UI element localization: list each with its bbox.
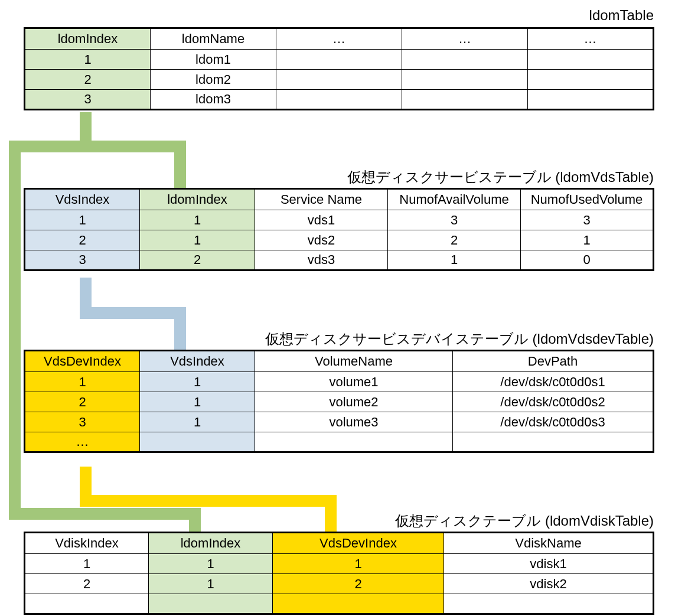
cell-vdsdevindex: … — [25, 432, 140, 452]
cell — [528, 50, 654, 70]
cell: 2 — [388, 230, 521, 250]
col-ellipsis: … — [276, 28, 402, 50]
cell-ldomindex — [149, 594, 273, 614]
table-row: 2 1 volume2 /dev/dsk/c0t0d0s2 — [25, 392, 654, 412]
col-servicename: Service Name — [255, 189, 388, 210]
cell-ldomindex: 2 — [25, 70, 151, 90]
cell-vdsdevindex: 2 — [25, 392, 140, 412]
col-numavailvolume: NumofAvailVolume — [388, 189, 521, 210]
cell-vdsdevindex: 2 — [273, 574, 444, 594]
vdisk-table: VdiskIndex ldomIndex VdsDevIndex VdiskNa… — [24, 532, 654, 615]
cell-ldomname: ldom1 — [151, 50, 276, 70]
cell-vdsindex: 1 — [140, 392, 255, 412]
cell — [402, 50, 528, 70]
col-ellipsis: … — [528, 28, 654, 50]
col-vdiskindex: VdiskIndex — [25, 533, 149, 554]
cell-vdiskindex — [25, 594, 149, 614]
cell: 1 — [521, 230, 654, 250]
cell-vdiskname — [444, 594, 654, 614]
cell-ldomindex: 3 — [25, 90, 151, 110]
cell-vdsdevindex: 1 — [25, 372, 140, 392]
cell: 3 — [388, 210, 521, 230]
table-header-row: VdsIndex ldomIndex Service Name NumofAva… — [25, 189, 654, 210]
cell-servicename: vds2 — [255, 230, 388, 250]
table-header-row: VdsDevIndex VdsIndex VolumeName DevPath — [25, 351, 654, 372]
col-ldomindex: ldomIndex — [149, 533, 273, 554]
col-numusedvolume: NumofUsedVolume — [521, 189, 654, 210]
title-vdisktable: 仮想ディスクテーブル (ldomVdiskTable) — [395, 511, 654, 530]
cell-volumename: volume2 — [255, 392, 453, 412]
col-ldomindex: ldomIndex — [25, 28, 151, 50]
cell-vdsindex: 3 — [25, 250, 140, 270]
cell-devpath: /dev/dsk/c0t0d0s3 — [453, 412, 654, 432]
cell-vdsindex — [140, 432, 255, 452]
cell — [276, 90, 402, 110]
cell-devpath — [453, 432, 654, 452]
cell — [402, 90, 528, 110]
table-header-row: ldomIndex ldomName … … … — [25, 28, 654, 50]
cell-devpath: /dev/dsk/c0t0d0s1 — [453, 372, 654, 392]
cell — [402, 70, 528, 90]
table-row: 1 1 vds1 3 3 — [25, 210, 654, 230]
connector-green — [15, 112, 195, 532]
cell-volumename — [255, 432, 453, 452]
table-row: 1 1 1 vdisk1 — [25, 554, 654, 574]
cell: 3 — [521, 210, 654, 230]
table-row — [25, 594, 654, 614]
vdsdev-table: VdsDevIndex VdsIndex VolumeName DevPath … — [24, 350, 654, 453]
cell-vdiskname: vdisk2 — [444, 574, 654, 594]
col-vdiskname: VdiskName — [444, 533, 654, 554]
cell-vdsindex: 2 — [25, 230, 140, 250]
col-ellipsis: … — [402, 28, 528, 50]
cell-vdiskindex: 2 — [25, 574, 149, 594]
cell-vdsdevindex: 3 — [25, 412, 140, 432]
cell-servicename: vds1 — [255, 210, 388, 230]
title-vdstable: 仮想ディスクサービステーブル (ldomVdsTable) — [347, 168, 654, 187]
table-row: … — [25, 432, 654, 452]
cell-ldomindex: 1 — [149, 554, 273, 574]
connector-blue — [86, 278, 180, 354]
vds-table: VdsIndex ldomIndex Service Name NumofAva… — [24, 188, 654, 271]
cell-ldomindex: 2 — [140, 250, 255, 270]
ldom-table: ldomIndex ldomName … … … 1 ldom1 2 ldom2… — [24, 27, 654, 110]
table-row: 1 ldom1 — [25, 50, 654, 70]
table-row: 1 1 volume1 /dev/dsk/c0t0d0s1 — [25, 372, 654, 392]
cell-ldomindex: 1 — [140, 210, 255, 230]
cell — [276, 70, 402, 90]
cell-vdsdevindex: 1 — [273, 554, 444, 574]
title-ldomtable: ldomTable — [589, 7, 654, 24]
cell — [276, 50, 402, 70]
cell-ldomindex: 1 — [25, 50, 151, 70]
col-volumename: VolumeName — [255, 351, 453, 372]
col-ldomname: ldomName — [151, 28, 276, 50]
cell: 0 — [521, 250, 654, 270]
cell-volumename: volume3 — [255, 412, 453, 432]
cell-vdiskindex: 1 — [25, 554, 149, 574]
table-row: 3 ldom3 — [25, 90, 654, 110]
diagram-stage: ldomTable ldomIndex ldomName … … … 1 ldo… — [0, 0, 675, 616]
col-ldomindex: ldomIndex — [140, 189, 255, 210]
table-row: 2 1 2 vdisk2 — [25, 574, 654, 594]
cell-vdsindex: 1 — [140, 412, 255, 432]
cell-ldomname: ldom2 — [151, 70, 276, 90]
table-header-row: VdiskIndex ldomIndex VdsDevIndex VdiskNa… — [25, 533, 654, 554]
cell-vdsindex: 1 — [140, 372, 255, 392]
table-row: 3 2 vds3 1 0 — [25, 250, 654, 270]
cell-ldomindex: 1 — [149, 574, 273, 594]
cell-devpath: /dev/dsk/c0t0d0s2 — [453, 392, 654, 412]
cell-ldomname: ldom3 — [151, 90, 276, 110]
table-row: 3 1 volume3 /dev/dsk/c0t0d0s3 — [25, 412, 654, 432]
table-row: 2 1 vds2 2 1 — [25, 230, 654, 250]
cell — [528, 90, 654, 110]
cell-vdsindex: 1 — [25, 210, 140, 230]
cell — [528, 70, 654, 90]
cell-volumename: volume1 — [255, 372, 453, 392]
col-vdsdevindex: VdsDevIndex — [273, 533, 444, 554]
col-vdsdevindex: VdsDevIndex — [25, 351, 140, 372]
table-row: 2 ldom2 — [25, 70, 654, 90]
cell: 1 — [388, 250, 521, 270]
cell-vdiskname: vdisk1 — [444, 554, 654, 574]
col-vdsindex: VdsIndex — [25, 189, 140, 210]
title-vdsdevtable: 仮想ディスクサービスデバイステーブル (ldomVdsdevTable) — [265, 330, 654, 348]
col-vdsindex: VdsIndex — [140, 351, 255, 372]
